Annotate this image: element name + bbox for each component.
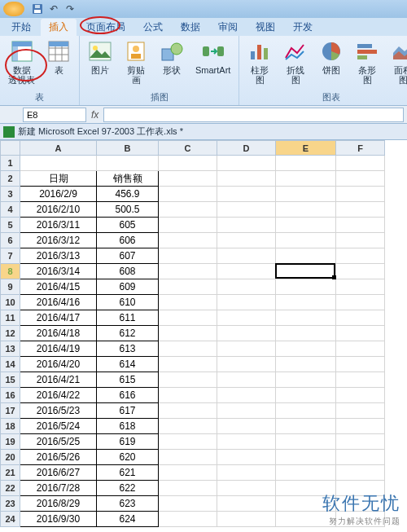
row-header-1[interactable]: 1 [1,156,20,171]
select-all-corner[interactable] [1,141,20,156]
cell-F16[interactable] [336,388,385,403]
cell-E9[interactable] [276,279,336,295]
row-header-12[interactable]: 12 [1,326,20,341]
cell-A16[interactable]: 2016/4/22 [20,388,97,403]
cell-C10[interactable] [159,295,217,310]
cell-F4[interactable] [336,202,385,218]
cell-E16[interactable] [276,388,336,403]
cell-C13[interactable] [159,341,217,357]
tab-layout[interactable]: 页面布局 [78,19,133,36]
cell-A3[interactable]: 2016/2/9 [20,187,97,202]
cell-B19[interactable]: 619 [97,434,159,450]
cell-A20[interactable]: 2016/5/26 [20,450,97,465]
cell-D4[interactable] [217,202,276,218]
cell-D5[interactable] [217,218,276,233]
col-header-E[interactable]: E [276,141,336,156]
col-header-A[interactable]: A [20,141,97,156]
cell-A23[interactable]: 2016/8/29 [20,496,97,512]
cell-B15[interactable]: 615 [97,372,159,388]
cell-F18[interactable] [336,419,385,434]
undo-icon[interactable]: ↶ [46,2,62,16]
cell-F17[interactable] [336,403,385,419]
cell-E13[interactable] [276,341,336,357]
col-header-C[interactable]: C [159,141,217,156]
cell-B12[interactable]: 612 [97,326,159,341]
tab-data[interactable]: 数据 [173,19,208,36]
cell-B11[interactable]: 611 [97,310,159,326]
cell-B23[interactable]: 623 [97,496,159,512]
cell-A14[interactable]: 2016/4/20 [20,357,97,372]
cell-E3[interactable] [276,187,336,202]
row-header-24[interactable]: 24 [1,512,20,527]
cell-B3[interactable]: 456.9 [97,187,159,202]
shapes-button[interactable]: 形状 [156,37,187,77]
cell-F8[interactable] [336,264,385,279]
cell-F20[interactable] [336,450,385,465]
cell-F6[interactable] [336,233,385,248]
cell-E20[interactable] [276,450,336,465]
cell-C9[interactable] [159,279,217,295]
cell-A7[interactable]: 2016/3/13 [20,248,97,264]
cell-D15[interactable] [217,372,276,388]
cell-A15[interactable]: 2016/4/21 [20,372,97,388]
cell-E11[interactable] [276,310,336,326]
cell-E4[interactable] [276,202,336,218]
row-header-8[interactable]: 8 [1,264,20,279]
row-header-15[interactable]: 15 [1,372,20,388]
cell-D10[interactable] [217,295,276,310]
cell-F11[interactable] [336,310,385,326]
row-header-13[interactable]: 13 [1,341,20,357]
cell-B10[interactable]: 610 [97,295,159,310]
cell-C16[interactable] [159,388,217,403]
cell-C18[interactable] [159,419,217,434]
cell-E19[interactable] [276,434,336,450]
row-header-4[interactable]: 4 [1,202,20,218]
line-chart-button[interactable]: 折线图 [280,37,311,86]
tab-review[interactable]: 审阅 [210,19,246,36]
cell-F1[interactable] [336,156,385,171]
cell-E5[interactable] [276,218,336,233]
cell-D21[interactable] [217,465,276,481]
cell-C23[interactable] [159,496,217,512]
cell-E7[interactable] [276,248,336,264]
cell-A12[interactable]: 2016/4/18 [20,326,97,341]
cell-F2[interactable] [336,171,385,187]
cell-E12[interactable] [276,326,336,341]
cell-B2[interactable]: 销售额 [97,171,159,187]
row-header-23[interactable]: 23 [1,496,20,512]
cell-A11[interactable]: 2016/4/17 [20,310,97,326]
cell-C19[interactable] [159,434,217,450]
cell-D6[interactable] [217,233,276,248]
cell-F5[interactable] [336,218,385,233]
cell-D24[interactable] [217,512,276,527]
cell-A5[interactable]: 2016/3/11 [20,218,97,233]
cell-C5[interactable] [159,218,217,233]
cell-B17[interactable]: 617 [97,403,159,419]
cell-A8[interactable]: 2016/3/14 [20,264,97,279]
smartart-button[interactable]: SmartArt [192,37,234,77]
cell-D14[interactable] [217,357,276,372]
office-button[interactable] [3,2,24,16]
table-button[interactable]: 表 [43,37,74,77]
cell-B5[interactable]: 605 [97,218,159,233]
cell-E21[interactable] [276,465,336,481]
cell-E15[interactable] [276,372,336,388]
col-header-F[interactable]: F [336,141,385,156]
cell-B18[interactable]: 618 [97,419,159,434]
cell-D8[interactable] [217,264,276,279]
cell-C14[interactable] [159,357,217,372]
cell-F21[interactable] [336,465,385,481]
cell-F13[interactable] [336,341,385,357]
clipart-button[interactable]: 剪贴画 [120,37,151,86]
area-chart-button[interactable]: 面积图 [387,37,407,86]
cell-B1[interactable] [97,156,159,171]
cell-F10[interactable] [336,295,385,310]
row-header-3[interactable]: 3 [1,187,20,202]
cell-C4[interactable] [159,202,217,218]
row-header-22[interactable]: 22 [1,481,20,496]
fx-icon[interactable]: fx [91,109,98,121]
cell-C2[interactable] [159,171,217,187]
cell-D13[interactable] [217,341,276,357]
cell-C11[interactable] [159,310,217,326]
row-header-19[interactable]: 19 [1,434,20,450]
